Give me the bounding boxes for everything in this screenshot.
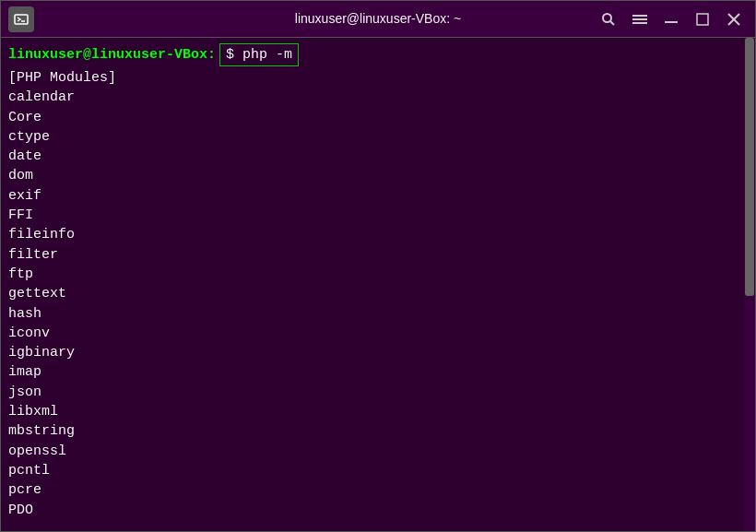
list-item: dom [8, 166, 748, 185]
list-item: PDO [8, 501, 748, 520]
list-item: fileinfo [8, 225, 748, 244]
svg-rect-6 [632, 22, 647, 24]
list-item: pcntl [8, 461, 748, 480]
scrollbar[interactable] [744, 38, 755, 531]
menu-button[interactable] [626, 7, 654, 31]
titlebar: linuxuser@linuxuser-VBox: ~ [1, 1, 755, 38]
list-item: ftp [8, 265, 748, 284]
list-item: libxml [8, 402, 748, 421]
maximize-button[interactable] [689, 7, 716, 31]
list-item: FFI [8, 206, 748, 225]
list-item: Core [8, 108, 748, 127]
list-item: filter [8, 245, 748, 265]
list-item: ctype [8, 127, 748, 147]
list-item: json [8, 383, 748, 402]
svg-rect-5 [632, 18, 647, 20]
app-icon [8, 6, 34, 32]
list-item: imap [8, 362, 748, 382]
list-item: iconv [8, 324, 748, 343]
command-text: php -m [234, 47, 292, 63]
terminal-window: linuxuser@linuxuser-VBox: ~ [0, 0, 756, 532]
command-input: $ php -m [219, 43, 299, 66]
list-item: pcre [8, 480, 748, 500]
terminal-body[interactable]: linuxuser@linuxuser-VBox: $ php -m [PHP … [1, 38, 755, 531]
close-button[interactable] [720, 7, 748, 31]
window-controls [595, 7, 748, 31]
list-item: [PHP Modules] [8, 68, 748, 88]
svg-line-3 [610, 21, 614, 25]
list-item: date [8, 147, 748, 166]
list-item: exif [8, 186, 748, 206]
prompt-symbol: $ [226, 47, 234, 63]
list-item: igbinary [8, 343, 748, 362]
list-item: gettext [8, 284, 748, 303]
output-lines: [PHP Modules]calendarCorectypedatedomexi… [8, 68, 748, 520]
prompt-line: linuxuser@linuxuser-VBox: $ php -m [8, 43, 748, 66]
list-item: calendar [8, 88, 748, 107]
window-title: linuxuser@linuxuser-VBox: ~ [295, 11, 461, 26]
svg-rect-7 [665, 21, 678, 23]
svg-rect-8 [697, 14, 708, 25]
prompt-user: linuxuser@linuxuser-VBox: [8, 45, 216, 65]
svg-point-2 [603, 14, 611, 22]
scrollbar-thumb[interactable] [745, 38, 754, 296]
list-item: openssl [8, 442, 748, 461]
svg-rect-4 [632, 15, 647, 17]
list-item: hash [8, 304, 748, 324]
titlebar-left [8, 6, 34, 32]
minimize-button[interactable] [657, 7, 685, 31]
search-button[interactable] [595, 7, 622, 31]
titlebar-title-container: linuxuser@linuxuser-VBox: ~ [295, 11, 461, 28]
list-item: mbstring [8, 421, 748, 441]
